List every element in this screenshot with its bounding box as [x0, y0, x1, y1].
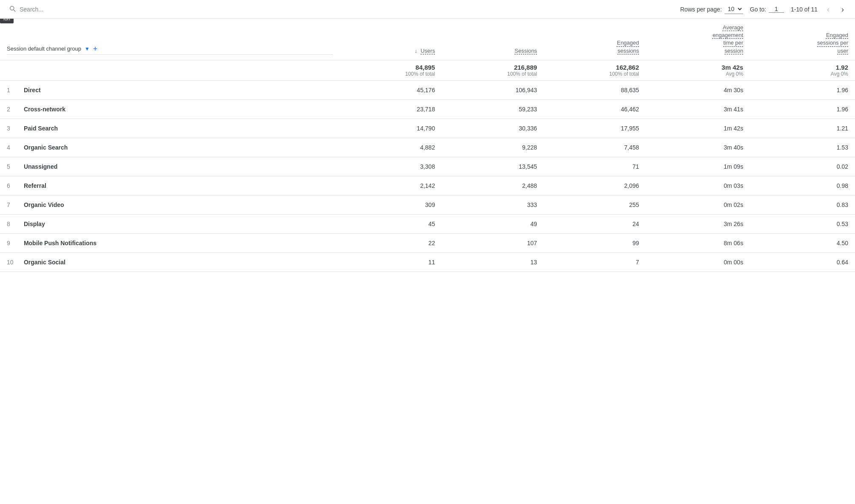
engaged-sessions-label: Engagedsessions [617, 40, 639, 54]
users-column-header[interactable]: ↓ Users [340, 19, 442, 60]
table-row: 10 Organic Social 11 13 7 0m 00s 0.64 [0, 252, 855, 272]
row-sessions-cell: 9,228 [442, 138, 544, 157]
row-name[interactable]: Display [24, 221, 45, 227]
totals-dimension-cell [0, 60, 340, 80]
next-page-button[interactable]: › [839, 5, 846, 14]
avg-engagement-column-header[interactable]: Averageengagementtime persession [646, 19, 750, 60]
row-avg-engagement-cell: 8m 06s [646, 233, 750, 252]
row-number: 4 [7, 144, 15, 151]
table-row: 6 Referral 2,142 2,488 2,096 0m 03s 0.98 [0, 176, 855, 195]
row-number: 8 [7, 221, 15, 227]
row-engaged-sessions-cell: 71 [544, 157, 646, 176]
row-number: 3 [7, 125, 15, 132]
row-engaged-per-user-cell: 0.02 [750, 157, 855, 176]
page-info: 1-10 of 11 [791, 6, 818, 13]
row-name[interactable]: Cross-network [24, 106, 65, 113]
search-icon [9, 5, 16, 14]
sessions-column-header[interactable]: Sessions [442, 19, 544, 60]
row-name[interactable]: Organic Video [24, 201, 64, 208]
sort-down-icon: ↓ [415, 47, 418, 55]
row-engaged-per-user-cell: 1.96 [750, 80, 855, 99]
search-box [9, 5, 113, 14]
goto-input[interactable] [769, 6, 784, 13]
totals-engaged-sessions-cell: 162,862 100% of total [544, 60, 646, 80]
row-number: 7 [7, 201, 15, 208]
row-engaged-per-user-cell: 0.64 [750, 252, 855, 272]
sessions-label: Sessions [514, 48, 537, 54]
totals-engaged-per-user-cell: 1.92 Avg 0% [750, 60, 855, 80]
row-dimension-cell: 4 Organic Search [0, 138, 340, 157]
row-sessions-cell: 30,336 [442, 119, 544, 138]
row-sessions-cell: 59,233 [442, 99, 544, 119]
row-dimension-cell: 2 Cross-network [0, 99, 340, 119]
tooltip-tag: ion [0, 19, 14, 23]
row-users-cell: 4,882 [340, 138, 442, 157]
row-name[interactable]: Paid Search [24, 125, 58, 132]
row-dimension-cell: 5 Unassigned [0, 157, 340, 176]
row-sessions-cell: 13,545 [442, 157, 544, 176]
dimension-filter-icon[interactable]: ▼ [85, 45, 90, 53]
users-label: Users [420, 48, 435, 54]
prev-page-button[interactable]: ‹ [824, 5, 832, 14]
row-avg-engagement-cell: 3m 41s [646, 99, 750, 119]
row-avg-engagement-cell: 1m 42s [646, 119, 750, 138]
row-name[interactable]: Referral [24, 182, 46, 189]
row-sessions-cell: 107 [442, 233, 544, 252]
row-dimension-cell: 3 Paid Search [0, 119, 340, 138]
row-users-cell: 22 [340, 233, 442, 252]
row-engaged-sessions-cell: 24 [544, 214, 646, 233]
row-name[interactable]: Direct [24, 87, 41, 93]
row-name[interactable]: Unassigned [24, 163, 57, 170]
goto-box: Go to: [750, 6, 784, 13]
row-engaged-sessions-cell: 17,955 [544, 119, 646, 138]
row-sessions-cell: 333 [442, 195, 544, 214]
row-avg-engagement-cell: 3m 40s [646, 138, 750, 157]
row-engaged-per-user-cell: 0.53 [750, 214, 855, 233]
engaged-per-user-column-header[interactable]: Engagedsessions peruser [750, 19, 855, 60]
row-dimension-cell: 10 Organic Social [0, 252, 340, 272]
totals-users-cell: 84,895 100% of total [340, 60, 442, 80]
row-name[interactable]: Mobile Push Notifications [24, 240, 97, 246]
table-row: 9 Mobile Push Notifications 22 107 99 8m… [0, 233, 855, 252]
row-users-cell: 309 [340, 195, 442, 214]
row-number: 9 [7, 240, 15, 246]
table-row: 1 Direct 45,176 106,943 88,635 4m 30s 1.… [0, 80, 855, 99]
row-users-cell: 23,718 [340, 99, 442, 119]
row-avg-engagement-cell: 4m 30s [646, 80, 750, 99]
row-engaged-sessions-cell: 7 [544, 252, 646, 272]
row-number: 1 [7, 87, 15, 93]
row-dimension-cell: 1 Direct [0, 80, 340, 99]
row-dimension-cell: 7 Organic Video [0, 195, 340, 214]
toolbar: Rows per page: 10 25 50 Go to: 1-10 of 1… [0, 0, 855, 19]
row-engaged-per-user-cell: 1.53 [750, 138, 855, 157]
row-number: 10 [7, 259, 15, 266]
row-avg-engagement-cell: 3m 26s [646, 214, 750, 233]
row-users-cell: 45 [340, 214, 442, 233]
totals-avg-engagement-cell: 3m 42s Avg 0% [646, 60, 750, 80]
rows-per-page-select[interactable]: 10 25 50 [724, 4, 743, 14]
add-dimension-button[interactable]: + [93, 44, 98, 54]
dimension-column-header: Session default channel group ▼ + [0, 19, 340, 60]
row-name[interactable]: Organic Social [24, 259, 65, 266]
row-engaged-sessions-cell: 88,635 [544, 80, 646, 99]
row-engaged-sessions-cell: 99 [544, 233, 646, 252]
row-engaged-per-user-cell: 0.83 [750, 195, 855, 214]
row-engaged-per-user-cell: 0.98 [750, 176, 855, 195]
row-name[interactable]: Organic Search [24, 144, 68, 151]
row-number: 2 [7, 106, 15, 113]
row-engaged-per-user-cell: 1.96 [750, 99, 855, 119]
search-input[interactable] [20, 6, 113, 13]
row-sessions-cell: 106,943 [442, 80, 544, 99]
row-sessions-cell: 2,488 [442, 176, 544, 195]
row-dimension-cell: 8 Display [0, 214, 340, 233]
row-users-cell: 3,308 [340, 157, 442, 176]
row-engaged-sessions-cell: 7,458 [544, 138, 646, 157]
row-engaged-per-user-cell: 1.21 [750, 119, 855, 138]
engaged-sessions-column-header[interactable]: Engagedsessions [544, 19, 646, 60]
row-sessions-cell: 13 [442, 252, 544, 272]
row-avg-engagement-cell: 1m 09s [646, 157, 750, 176]
goto-label: Go to: [750, 6, 766, 13]
rows-per-page: Rows per page: 10 25 50 [680, 4, 743, 14]
row-engaged-sessions-cell: 2,096 [544, 176, 646, 195]
avg-engagement-label: Averageengagementtime persession [713, 24, 743, 54]
